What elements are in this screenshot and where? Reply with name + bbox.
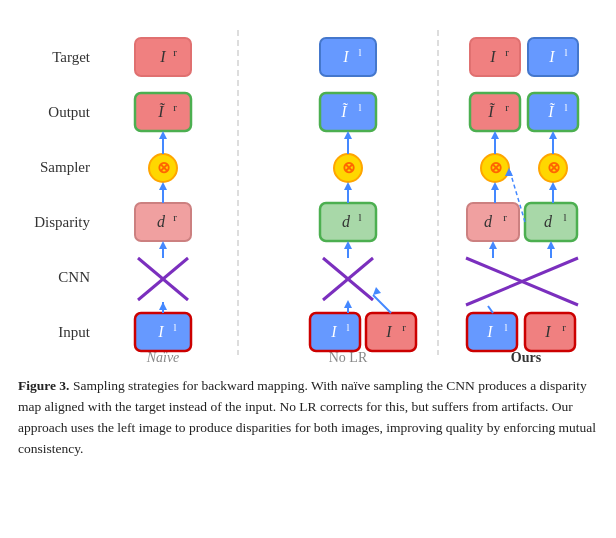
naive-target-sup: r: [173, 46, 177, 58]
svg-marker-17: [344, 182, 352, 190]
svg-marker-27: [549, 182, 557, 190]
nolr-sampler-x: ⊗: [342, 159, 355, 176]
naive-input-label: I: [157, 323, 164, 340]
svg-marker-31: [489, 241, 497, 249]
label-disparity: Disparity: [34, 214, 90, 230]
nolr-output-box: [320, 93, 376, 131]
nolr-disparity-label: d: [342, 213, 351, 230]
ours-sampler-left-x: ⊗: [547, 159, 560, 176]
label-cnn: CNN: [58, 269, 90, 285]
svg-line-20: [373, 295, 391, 313]
caption-text: Sampling strategies for backward mapping…: [18, 378, 596, 456]
ours-disparity-left-sup: l: [563, 211, 566, 223]
svg-marker-3: [159, 302, 167, 310]
naive-sampler-x: ⊗: [157, 159, 170, 176]
svg-marker-21: [373, 287, 381, 295]
svg-marker-33: [491, 182, 499, 190]
ours-output-right-box: [470, 93, 520, 131]
ours-disparity-left-label: d: [544, 213, 553, 230]
ours-input-left-label: I: [486, 323, 493, 340]
ours-sampler-right-x: ⊗: [489, 159, 502, 176]
nolr-target-sup: l: [358, 46, 361, 58]
ours-target-right-label: I: [489, 48, 496, 65]
nolr-input-left-sup: l: [346, 321, 349, 333]
caption-area: Figure 3. Sampling strategies for backwa…: [0, 370, 616, 460]
label-target: Target: [52, 49, 91, 65]
nolr-input-right-sup: r: [402, 321, 406, 333]
ours-disparity-right-label: d: [484, 213, 493, 230]
naive-disparity-label: d: [157, 213, 166, 230]
naive-cnn: [138, 258, 188, 300]
label-input: Input: [58, 324, 90, 340]
ours-disparity-right-sup: r: [503, 211, 507, 223]
ours-input-right-label: I: [544, 323, 551, 340]
nolr-target-label: I: [342, 48, 349, 65]
ours-cnn: [466, 258, 578, 305]
ours-output-left-sup: l: [564, 101, 567, 113]
label-output: Output: [48, 104, 91, 120]
naive-input-sup: l: [173, 321, 176, 333]
svg-marker-5: [159, 241, 167, 249]
svg-marker-7: [159, 182, 167, 190]
label-sampler: Sampler: [40, 159, 90, 175]
ours-input-left-sup: l: [504, 321, 507, 333]
ours-target-left-sup: l: [564, 46, 567, 58]
ours-disparity-right-box: [467, 203, 519, 241]
nolr-cnn: [323, 258, 373, 300]
ours-output-right-sup: r: [505, 101, 509, 113]
nolr-output-sup: l: [358, 101, 361, 113]
ours-target-left-label: I: [548, 48, 555, 65]
naive-output-sup: r: [173, 101, 177, 113]
ours-input-right-sup: r: [562, 321, 566, 333]
nolr-input-left-label: I: [330, 323, 337, 340]
nolr-input-right-label: I: [385, 323, 392, 340]
naive-target-label: I: [159, 48, 166, 65]
svg-marker-13: [344, 300, 352, 308]
naive-disparity-sup: r: [173, 211, 177, 223]
diagram-area: Target Output Sampler Disparity CNN Inpu…: [0, 0, 616, 370]
figure-label: Figure 3.: [18, 378, 70, 393]
nolr-disparity-sup: l: [358, 211, 361, 223]
ours-target-right-sup: r: [505, 46, 509, 58]
